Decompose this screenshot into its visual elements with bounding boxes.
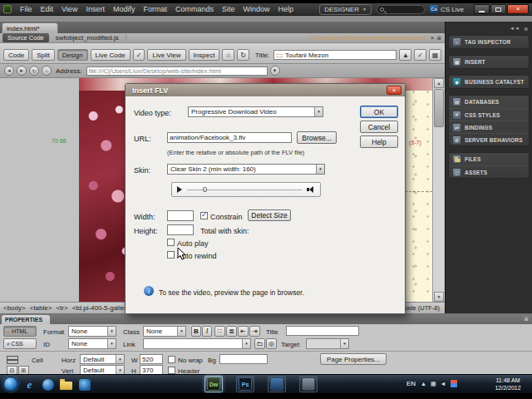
cancel-button[interactable]: Cancel bbox=[360, 121, 398, 133]
dreamweaver-taskbar-button[interactable]: Dw bbox=[204, 376, 223, 392]
height-field[interactable] bbox=[167, 224, 194, 235]
panel-menu-icon[interactable]: ≣ bbox=[524, 316, 529, 323]
url-field[interactable] bbox=[167, 132, 292, 143]
media-center-icon[interactable] bbox=[77, 377, 91, 392]
class-dropdown[interactable]: None ▼ bbox=[143, 326, 186, 337]
related-file-swfobject[interactable]: swfobject_modified.js bbox=[49, 34, 126, 42]
panel-files[interactable]: FILES bbox=[449, 153, 529, 165]
file-explorer-icon[interactable] bbox=[59, 377, 73, 392]
skin-dropdown[interactable]: Clear Skin 2 (min width: 160) ▼ bbox=[167, 164, 325, 175]
html-mode-button[interactable]: ‹› HTML bbox=[3, 326, 37, 337]
menu-commands[interactable]: Commands bbox=[171, 5, 218, 13]
dropdown-arrow-icon[interactable]: ▼ bbox=[316, 165, 324, 174]
live-view-button[interactable]: Live View bbox=[147, 49, 185, 61]
panel-menu-icon[interactable]: ≣ bbox=[436, 35, 441, 42]
dropdown-arrow-icon[interactable]: ▼ bbox=[242, 339, 250, 348]
ok-button[interactable]: OK bbox=[360, 106, 398, 118]
start-button[interactable] bbox=[3, 377, 18, 392]
constrain-checkbox[interactable]: ✓ bbox=[200, 212, 208, 219]
code-view-button[interactable]: Code bbox=[3, 49, 29, 61]
live-code-button[interactable]: Live Code bbox=[91, 49, 131, 61]
media-player-icon[interactable] bbox=[41, 377, 55, 392]
search-input[interactable] bbox=[377, 5, 425, 14]
menu-file[interactable]: File bbox=[16, 5, 37, 13]
indent-icon[interactable]: ⇥ bbox=[249, 326, 260, 337]
dialog-close-button[interactable]: × bbox=[387, 86, 401, 95]
detect-size-button[interactable]: Detect Size bbox=[248, 209, 291, 221]
show-hidden-icons-icon[interactable]: ▲ bbox=[421, 381, 426, 387]
auto-rewind-checkbox[interactable] bbox=[167, 251, 175, 259]
css-mode-button[interactable]: # CSS bbox=[3, 338, 37, 349]
taskbar-app-icon[interactable] bbox=[268, 376, 286, 392]
refresh-icon[interactable]: ↻ bbox=[29, 66, 39, 76]
outdent-icon[interactable]: ⇤ bbox=[238, 326, 249, 337]
unordered-list-icon[interactable]: ∷ bbox=[214, 326, 225, 337]
refresh-icon[interactable]: ↻ bbox=[237, 49, 249, 61]
panel-menu-icon[interactable]: ≣ bbox=[524, 26, 528, 32]
network-icon[interactable]: ▦ bbox=[431, 381, 436, 387]
help-button[interactable]: Help bbox=[360, 135, 398, 148]
title-field[interactable] bbox=[286, 326, 359, 336]
restore-button[interactable] bbox=[490, 4, 506, 14]
address-input[interactable] bbox=[86, 66, 268, 76]
width-field[interactable] bbox=[167, 210, 194, 221]
menu-view[interactable]: View bbox=[57, 5, 81, 13]
design-view-button[interactable]: Design bbox=[57, 49, 88, 61]
ordered-list-icon[interactable]: ≣ bbox=[226, 326, 237, 337]
live-view-options-icon[interactable]: ▼ bbox=[270, 66, 280, 76]
scroll-up-icon[interactable]: ▲ bbox=[434, 78, 444, 88]
properties-tab[interactable]: PROPERTIES bbox=[2, 315, 50, 324]
validate-icon[interactable]: ✓ bbox=[414, 49, 426, 61]
italic-button[interactable]: I bbox=[202, 326, 212, 337]
browse-button[interactable]: Browse... bbox=[297, 131, 337, 144]
panel-bindings[interactable]: ⇄ BINDINGS bbox=[449, 121, 529, 133]
dropdown-arrow-icon[interactable]: ▼ bbox=[116, 366, 124, 374]
tag-body[interactable]: <body> bbox=[3, 304, 26, 312]
slider-knob[interactable] bbox=[203, 187, 207, 192]
panel-databases[interactable]: ▤ DATABASES bbox=[449, 96, 529, 108]
internet-explorer-icon[interactable]: e bbox=[22, 377, 37, 392]
dropdown-arrow-icon[interactable]: ▼ bbox=[314, 107, 323, 116]
vertical-scrollbar[interactable]: ▲ ▼ bbox=[432, 78, 444, 302]
menu-edit[interactable]: Edit bbox=[37, 5, 58, 13]
taskbar-clock[interactable]: 11:48 AM 12/2/2012 bbox=[486, 377, 530, 392]
menu-modify[interactable]: Modify bbox=[109, 5, 140, 13]
video-type-dropdown[interactable]: Progressive Download Video ▼ bbox=[188, 106, 323, 117]
header-checkbox[interactable] bbox=[168, 367, 175, 374]
back-icon[interactable]: ◄ bbox=[4, 66, 14, 76]
tag-tr[interactable]: <tr> bbox=[56, 304, 67, 312]
document-tab[interactable]: index.html* bbox=[2, 22, 58, 33]
panel-server-behaviors[interactable]: ⚙ SERVER BEHAVIORS bbox=[449, 133, 529, 145]
dropdown-arrow-icon[interactable]: ▼ bbox=[116, 355, 124, 363]
language-indicator[interactable]: EN bbox=[406, 380, 416, 387]
menu-window[interactable]: Window bbox=[239, 5, 273, 13]
id-dropdown[interactable]: None ▼ bbox=[68, 338, 116, 349]
file-management-icon[interactable]: ▲ bbox=[399, 49, 411, 61]
page-properties-button[interactable]: Page Properties... bbox=[320, 353, 387, 365]
bg-field[interactable] bbox=[219, 354, 268, 364]
bold-button[interactable]: B bbox=[191, 326, 201, 337]
inspect-button[interactable]: Inspect bbox=[189, 49, 220, 61]
dropdown-arrow-icon[interactable]: ▼ bbox=[177, 327, 185, 336]
browse-for-file-icon[interactable]: 🗀 bbox=[254, 338, 265, 349]
workspace-switcher[interactable]: DESIGNER ▼ bbox=[319, 4, 372, 15]
minimize-button[interactable] bbox=[474, 4, 490, 14]
menu-site[interactable]: Site bbox=[218, 5, 239, 13]
view-options-icon[interactable]: ▦ bbox=[429, 49, 441, 61]
play-icon[interactable] bbox=[177, 186, 182, 193]
target-dropdown[interactable]: ▼ bbox=[306, 338, 349, 349]
panel-tag-inspector[interactable]: ‹› TAG INSPECTOR bbox=[449, 36, 529, 48]
check-browser-icon[interactable]: ✓ bbox=[133, 49, 145, 61]
format-dropdown[interactable]: None ▼ bbox=[68, 326, 116, 337]
panel-assets[interactable]: ◫ ASSETS bbox=[449, 165, 529, 178]
cs-live-button[interactable]: Cs CS Live bbox=[430, 5, 464, 13]
source-code-button[interactable]: Source Code bbox=[2, 33, 49, 42]
panel-business-catalyst[interactable]: ◆ BUSINESS CATALYST bbox=[449, 76, 529, 88]
forward-icon[interactable]: ► bbox=[17, 66, 27, 76]
seek-slider[interactable] bbox=[187, 190, 302, 190]
menu-format[interactable]: Format bbox=[139, 5, 171, 13]
close-icon[interactable]: × bbox=[431, 35, 434, 42]
volume-icon[interactable]: ◄ bbox=[441, 381, 446, 387]
photoshop-taskbar-button[interactable]: Ps bbox=[236, 376, 254, 392]
panel-css-styles[interactable]: # CSS STYLES bbox=[449, 108, 529, 121]
